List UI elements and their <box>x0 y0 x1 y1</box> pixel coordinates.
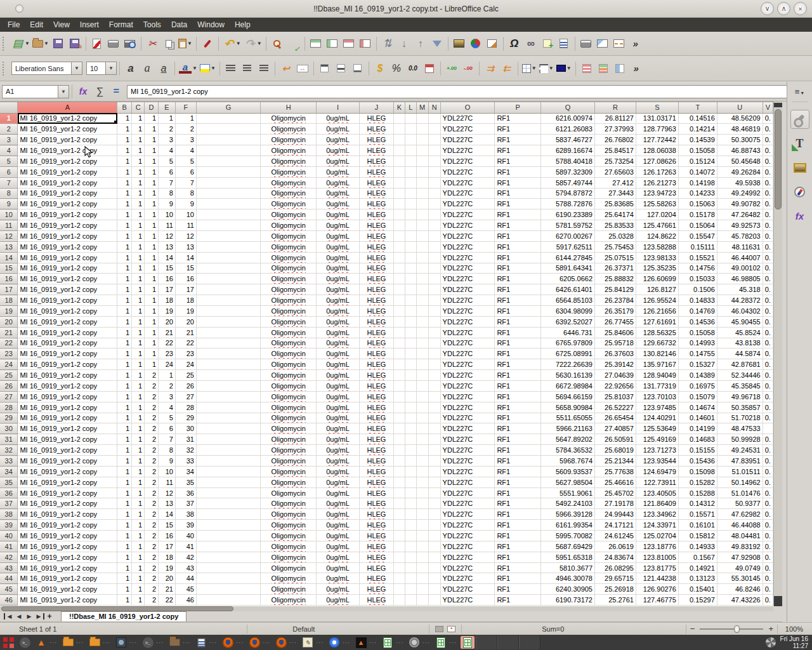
cell-J36[interactable]: HLEG <box>359 488 393 498</box>
cell-G34[interactable] <box>196 466 260 477</box>
row-header-44[interactable]: 44 <box>0 573 18 584</box>
cell-M23[interactable] <box>416 348 428 359</box>
cell-B16[interactable]: 1 <box>117 274 132 284</box>
cell-I28[interactable]: 0ug/mL <box>317 402 360 413</box>
cell-P42[interactable]: RF1 <box>495 552 541 562</box>
cell-T40[interactable]: 0.15812 <box>678 531 717 541</box>
cell-M42[interactable] <box>416 552 428 562</box>
delete-row-button[interactable] <box>341 35 357 53</box>
cell-B26[interactable]: 1 <box>117 380 132 391</box>
cell-V30[interactable] <box>763 423 773 434</box>
cell-E44[interactable]: 20 <box>159 573 176 584</box>
cell-R32[interactable]: 25.68019 <box>595 445 636 456</box>
cell-L25[interactable] <box>405 370 416 381</box>
cell-B34[interactable]: 1 <box>117 466 132 477</box>
cell-F20[interactable]: 20 <box>175 316 196 327</box>
cell-F35[interactable]: 35 <box>175 477 196 488</box>
cell-I40[interactable]: 0ug/mL <box>317 531 360 541</box>
cell-O8[interactable]: YDL227C <box>440 188 495 199</box>
cell-N36[interactable] <box>428 488 440 498</box>
cell-T38[interactable]: 0.15571 <box>678 509 717 520</box>
cell-T37[interactable]: 0.14312 <box>678 498 717 509</box>
cell-P3[interactable]: RF1 <box>495 135 541 145</box>
merge-cells-button[interactable] <box>294 60 311 77</box>
percent-button[interactable] <box>388 60 405 77</box>
special-character-button[interactable] <box>506 35 523 53</box>
cell-Q35[interactable]: 5627.98504 <box>541 477 595 488</box>
cell-C31[interactable]: 1 <box>132 434 145 445</box>
cell-K34[interactable] <box>393 466 405 477</box>
cell-A1[interactable]: MI 16_0919_yor1-2 copy <box>18 113 117 124</box>
cell-K1[interactable] <box>393 113 405 124</box>
cell-U34[interactable]: 51.01511 <box>717 466 763 477</box>
cell-R21[interactable]: 25.84606 <box>595 327 636 338</box>
cell-G35[interactable] <box>196 477 260 488</box>
cell-K14[interactable] <box>393 252 405 263</box>
cell-R15[interactable]: 26.37371 <box>595 263 636 274</box>
cell-M43[interactable] <box>416 562 428 573</box>
maximize-button[interactable]: ∧ <box>777 2 790 15</box>
cell-E30[interactable]: 6 <box>159 423 176 434</box>
cell-O21[interactable]: YDL227C <box>440 327 495 338</box>
toolbar-grip[interactable] <box>3 37 7 51</box>
cell-J15[interactable]: HLEG <box>359 263 393 274</box>
cell-N44[interactable] <box>428 573 440 584</box>
cell-K42[interactable] <box>393 552 405 562</box>
cell-S23[interactable]: 130.82146 <box>636 348 678 359</box>
cell-F41[interactable]: 41 <box>175 541 196 552</box>
cell-G42[interactable] <box>196 552 260 562</box>
cell-U10[interactable]: 47.26482 <box>717 209 763 220</box>
cell-D33[interactable]: 2 <box>145 456 159 467</box>
column-header-G[interactable]: G <box>196 102 260 113</box>
cell-S41[interactable]: 123.18776 <box>636 541 678 552</box>
chevron-down-icon[interactable]: ▼ <box>236 41 241 46</box>
row-header-6[interactable]: 6 <box>0 166 18 177</box>
cell-S15[interactable]: 125.35235 <box>636 263 678 274</box>
cell-U6[interactable]: 49.26284 <box>717 166 763 177</box>
cell-Q40[interactable]: 5995.70082 <box>541 531 595 541</box>
cell-C14[interactable]: 1 <box>132 252 145 263</box>
cell-I2[interactable]: 0ug/mL <box>317 124 360 135</box>
cell-J5[interactable]: HLEG <box>359 156 393 166</box>
cell-S29[interactable]: 124.40291 <box>636 413 678 423</box>
cell-R20[interactable]: 26.77455 <box>595 316 636 327</box>
cell-S30[interactable]: 125.53649 <box>636 423 678 434</box>
cell-V45[interactable]: 0. <box>763 584 773 595</box>
cell-G24[interactable] <box>196 359 260 370</box>
cell-E6[interactable]: 6 <box>159 166 176 177</box>
cell-L2[interactable] <box>405 124 416 135</box>
cell-T20[interactable]: 0.14536 <box>678 316 717 327</box>
cell-E43[interactable]: 19 <box>159 562 176 573</box>
cell-E7[interactable]: 7 <box>159 177 176 188</box>
cell-C9[interactable]: 1 <box>132 199 145 209</box>
cell-B19[interactable]: 1 <box>117 305 132 316</box>
cell-Q42[interactable]: 5951.65318 <box>541 552 595 562</box>
cell-E11[interactable]: 11 <box>159 220 176 231</box>
row-header-46[interactable]: 46 <box>0 595 18 606</box>
cell-P22[interactable]: RF1 <box>495 338 541 348</box>
cell-D21[interactable]: 1 <box>145 327 159 338</box>
cell-H26[interactable]: Oligomycin <box>261 380 317 391</box>
cell-S22[interactable]: 129.66732 <box>636 338 678 348</box>
cell-T2[interactable]: 0.14214 <box>678 124 717 135</box>
cell-V7[interactable]: 0. <box>763 177 773 188</box>
cell-B38[interactable]: 1 <box>117 509 132 520</box>
cell-K17[interactable] <box>393 284 405 295</box>
cell-U3[interactable]: 50.30075 <box>717 135 763 145</box>
cell-Q41[interactable]: 5687.69429 <box>541 541 595 552</box>
row-header-37[interactable]: 37 <box>0 498 18 509</box>
cell-D20[interactable]: 1 <box>145 316 159 327</box>
cell-H20[interactable]: Oligomycin <box>261 316 317 327</box>
cell-H13[interactable]: Oligomycin <box>261 241 317 252</box>
cell-M36[interactable] <box>416 488 428 498</box>
taskbar-item-terminal[interactable] <box>18 636 32 649</box>
cell-G12[interactable] <box>196 230 260 241</box>
borders-button[interactable]: ▼ <box>521 60 538 77</box>
cell-U23[interactable]: 44.5874 <box>717 348 763 359</box>
cell-E39[interactable]: 15 <box>159 520 176 531</box>
cell-M6[interactable] <box>416 166 428 177</box>
chevron-down-icon[interactable]: ▼ <box>257 41 262 46</box>
print-area-button[interactable] <box>578 35 594 53</box>
cell-K21[interactable] <box>393 327 405 338</box>
cell-P14[interactable]: RF1 <box>495 252 541 263</box>
